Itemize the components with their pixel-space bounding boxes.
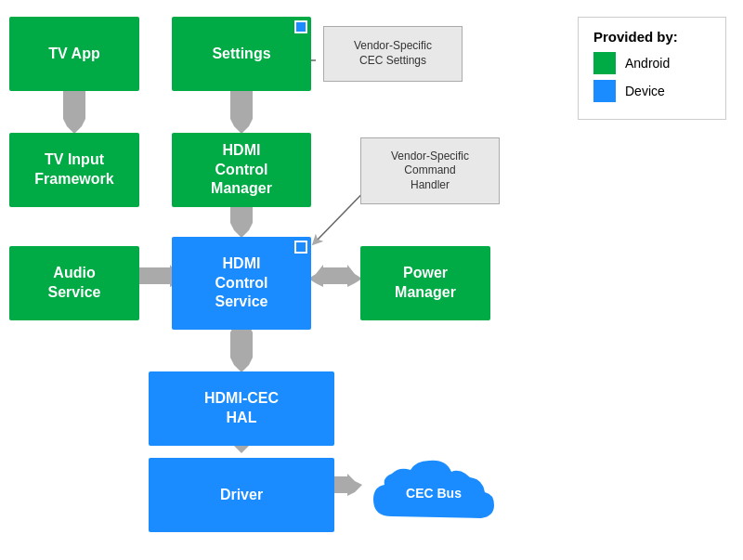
vendor-command-handler-block: Vendor-Specific Command Handler: [360, 137, 500, 204]
svg-marker-11: [230, 223, 253, 238]
svg-marker-20: [230, 358, 253, 372]
hdmi-cec-hal-block: HDMI-CEC HAL: [149, 371, 334, 446]
legend-device-box: [593, 80, 616, 102]
vendor-cec-settings-block: Vendor-Specific CEC Settings: [323, 26, 463, 82]
legend-device-label: Device: [625, 84, 665, 98]
legend-android-label: Android: [625, 56, 670, 71]
svg-marker-26: [347, 474, 362, 496]
hdmi-control-service-block: HDMI Control Service: [172, 237, 311, 330]
settings-block: Settings: [172, 17, 311, 91]
legend-item-device: Device: [593, 80, 710, 102]
audio-service-block: Audio Service: [9, 246, 139, 320]
cec-bus-cloud: CEC Bus: [364, 451, 513, 535]
svg-marker-2: [63, 119, 85, 134]
diagram-container: TV App Settings TV Input Framework HDMI …: [0, 0, 743, 560]
tv-input-framework-block: TV Input Framework: [9, 133, 139, 207]
legend-title: Provided by:: [593, 29, 710, 45]
hdmi-control-manager-block: HDMI Control Manager: [172, 133, 311, 207]
driver-block: Driver: [149, 458, 334, 532]
legend-android-box: [593, 52, 616, 74]
svg-rect-21: [230, 332, 253, 358]
svg-marker-8: [230, 119, 253, 134]
tv-app-block: TV App: [9, 17, 139, 91]
hdmi-service-blue-indicator: [294, 241, 307, 254]
svg-rect-9: [230, 91, 253, 119]
settings-blue-indicator: [294, 20, 307, 33]
legend-item-android: Android: [593, 52, 710, 74]
power-manager-block: Power Manager: [360, 246, 490, 320]
svg-rect-3: [63, 91, 85, 119]
legend: Provided by: Android Device: [578, 17, 726, 120]
svg-rect-18: [323, 267, 347, 284]
svg-text:CEC Bus: CEC Bus: [406, 486, 462, 501]
